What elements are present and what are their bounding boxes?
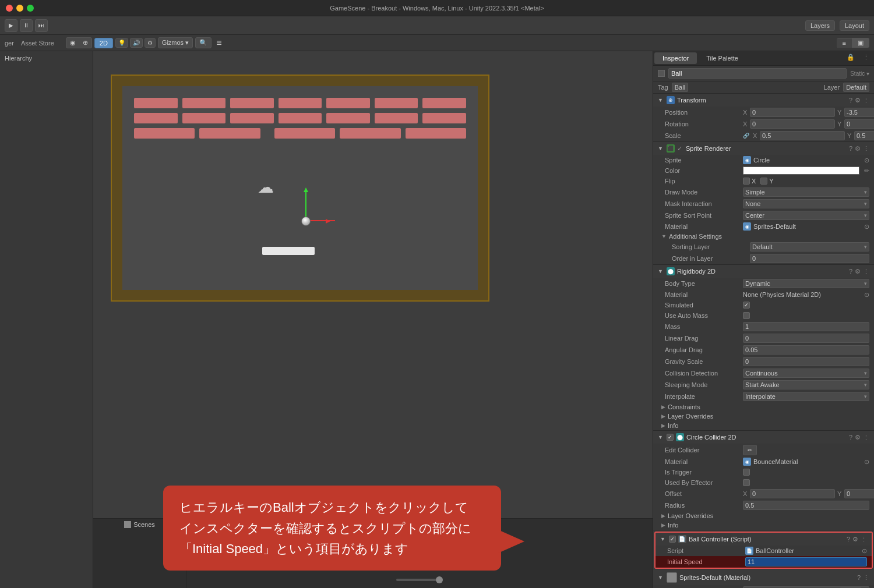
rb-material-select-btn[interactable]: ⊙	[864, 291, 869, 299]
zoom-slider-thumb[interactable]	[436, 576, 443, 583]
asset-store-tab[interactable]: Asset Store	[15, 38, 60, 48]
ball-controller-menu-icon[interactable]: ⋮	[861, 536, 867, 543]
rb-info-header[interactable]: ▶ Info	[653, 421, 874, 430]
play-button[interactable]: ▶	[5, 19, 17, 32]
panel-btn-right[interactable]: ▣	[852, 38, 869, 48]
offset-y-input[interactable]	[844, 489, 874, 498]
constraints-header[interactable]: ▶ Constraints	[653, 402, 874, 412]
zoom-default-btn[interactable]: ⊕	[79, 38, 91, 48]
minimize-btn[interactable]	[16, 5, 23, 12]
light-toggle[interactable]: 💡	[115, 38, 128, 48]
maximize-btn[interactable]	[27, 5, 34, 12]
object-active-checkbox[interactable]	[658, 70, 665, 77]
circle-collider-settings-icon[interactable]: ⚙	[855, 434, 861, 441]
close-btn[interactable]	[6, 5, 13, 12]
zoom-slider[interactable]	[396, 579, 443, 581]
sprite-renderer-checkbox[interactable]: ✓	[677, 145, 682, 153]
transform-settings-icon[interactable]: ⚙	[855, 97, 861, 104]
is-trigger-checkbox[interactable]	[743, 469, 750, 476]
circle-collider-help-icon[interactable]: ?	[849, 434, 852, 441]
offset-x-input[interactable]	[750, 489, 835, 498]
script-select-btn[interactable]: ⊙	[862, 547, 867, 555]
simulated-checkbox[interactable]	[743, 302, 750, 309]
inspector-tab[interactable]: Inspector	[654, 52, 697, 64]
sorting-layer-dropdown[interactable]: Default ▾	[750, 242, 869, 252]
pos-x-input[interactable]	[750, 108, 835, 117]
use-auto-mass-checkbox[interactable]	[743, 312, 750, 319]
panel-btn-left[interactable]: ≡	[837, 38, 852, 48]
sprites-default-menu-icon[interactable]: ⋮	[863, 574, 869, 582]
flip-x-checkbox[interactable]	[743, 178, 750, 185]
paddle-object[interactable]	[262, 247, 315, 255]
mask-interaction-dropdown[interactable]: None ▾	[743, 199, 869, 208]
ball-controller-settings-icon[interactable]: ⚙	[852, 536, 858, 543]
layout-dropdown[interactable]: Layout	[840, 20, 869, 31]
transform-header[interactable]: ▼ ⊕ Transform ? ⚙ ⋮	[653, 94, 874, 107]
pause-button[interactable]: ⏸	[20, 19, 33, 32]
ball-controller-enable-checkbox[interactable]	[669, 536, 676, 543]
step-button[interactable]: ⏭	[35, 19, 48, 32]
gizmo-dropdown[interactable]: Gizmos ▾	[158, 37, 193, 48]
search-btn[interactable]: 🔍	[195, 37, 212, 48]
ball-object[interactable]	[301, 217, 311, 226]
flip-y-option[interactable]: Y	[760, 178, 773, 185]
sprite-select-btn[interactable]: ⊙	[864, 157, 869, 164]
collision-detection-dropdown[interactable]: Continuous ▾	[743, 369, 869, 378]
circle-collider-header[interactable]: ▼ ⬤ Circle Collider 2D ? ⚙ ⋮	[653, 431, 874, 444]
order-in-layer-input[interactable]	[750, 254, 869, 263]
rigidbody2d-settings-icon[interactable]: ⚙	[855, 268, 861, 275]
circle-collider-menu-icon[interactable]: ⋮	[863, 434, 869, 441]
sprite-renderer-menu-icon[interactable]: ⋮	[863, 145, 869, 153]
radius-input[interactable]	[743, 501, 869, 510]
2d-toggle[interactable]: 2D	[94, 38, 113, 48]
used-by-effector-checkbox[interactable]	[743, 479, 750, 486]
initial-speed-input[interactable]	[745, 557, 867, 566]
zoom-in-btn[interactable]: ◉	[66, 38, 79, 48]
cc-layer-overrides-header[interactable]: ▶ Layer Overrides	[653, 511, 874, 520]
flip-x-option[interactable]: X	[743, 178, 756, 185]
flip-y-checkbox[interactable]	[760, 178, 767, 185]
scene-area[interactable]: ☁ ヒエラルキーのBallオブジェクトをクリックして インスペクタ	[93, 51, 653, 588]
pos-y-input[interactable]	[844, 108, 874, 117]
rb-layer-overrides-header[interactable]: ▶ Layer Overrides	[653, 412, 874, 421]
object-name-input[interactable]	[668, 68, 847, 79]
mass-input[interactable]	[743, 322, 869, 331]
sprite-renderer-settings-icon[interactable]: ⚙	[855, 145, 861, 153]
tile-palette-tab[interactable]: Tile Palette	[698, 52, 746, 64]
window-controls[interactable]	[6, 5, 34, 12]
sprite-renderer-help-icon[interactable]: ?	[849, 145, 852, 153]
angular-drag-input[interactable]	[743, 345, 869, 355]
sprites-default-help-icon[interactable]: ?	[857, 574, 861, 582]
ball-controller-help-icon[interactable]: ?	[847, 536, 850, 543]
color-picker-icon[interactable]: ✏	[864, 167, 869, 175]
layers-dropdown[interactable]: Layers	[805, 20, 835, 31]
scale-y-input[interactable]	[854, 131, 874, 140]
sprites-default-header[interactable]: ▼ Sprites-Default (Material) ? ⋮	[653, 570, 874, 585]
rot-x-input[interactable]	[750, 119, 835, 129]
linear-drag-input[interactable]	[743, 334, 869, 343]
color-preview[interactable]	[743, 167, 859, 175]
gravity-scale-input[interactable]	[743, 357, 869, 366]
rigidbody2d-help-icon[interactable]: ?	[849, 268, 852, 275]
tag-dropdown[interactable]: Ball	[672, 83, 688, 92]
material-select-btn[interactable]: ⊙	[864, 223, 869, 231]
layer-dropdown[interactable]: Default	[843, 83, 869, 92]
rot-y-input[interactable]	[844, 119, 874, 129]
inspector-lock-btn[interactable]: 🔒	[843, 52, 858, 64]
edit-collider-button[interactable]: ✏	[743, 445, 757, 455]
cc-material-select-btn[interactable]: ⊙	[864, 458, 869, 466]
scale-x-input[interactable]	[760, 131, 845, 140]
audio-toggle[interactable]: 🔊	[130, 38, 143, 48]
scene-settings-btn[interactable]: ≡	[214, 37, 224, 49]
cc-info-header[interactable]: ▶ Info	[653, 520, 874, 530]
sprite-sort-dropdown[interactable]: Center ▾	[743, 211, 869, 220]
sleeping-mode-dropdown[interactable]: Start Awake ▾	[743, 380, 869, 389]
circle-collider-enable-checkbox[interactable]	[667, 434, 674, 441]
rigidbody2d-header[interactable]: ▼ ⬤ Rigidbody 2D ? ⚙ ⋮	[653, 265, 874, 278]
transform-help-icon[interactable]: ?	[849, 97, 852, 104]
draw-mode-dropdown[interactable]: Simple ▾	[743, 187, 869, 197]
interpolate-dropdown[interactable]: Interpolate ▾	[743, 392, 869, 401]
fx-toggle[interactable]: ⚙	[145, 38, 156, 48]
additional-settings-header[interactable]: ▼ Additional Settings	[653, 232, 874, 241]
sprite-renderer-header[interactable]: ▼ ⬛ ✓ Sprite Renderer ? ⚙ ⋮	[653, 142, 874, 155]
